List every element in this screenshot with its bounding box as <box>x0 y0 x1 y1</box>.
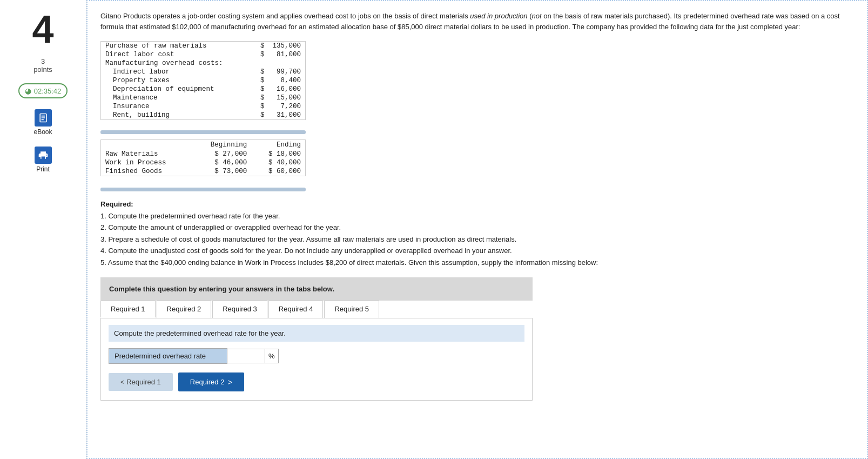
tab-required-2[interactable]: Required 2 <box>157 301 212 318</box>
sidebar: 4 3points ◕ 02:35:42 eBook Print <box>0 0 86 459</box>
predetermined-overhead-rate-label: Predetermined overhead rate <box>109 348 227 364</box>
table-row: Depreciation of equipment $ 16,000 <box>101 85 305 94</box>
table-row: Manufacturing overhead costs: <box>101 59 305 68</box>
table-row: Property taxes $ 8,400 <box>101 76 305 85</box>
timer-icon: ◕ <box>25 87 31 95</box>
required-item-5: 5. Assume that the $40,000 ending balanc… <box>100 257 854 268</box>
print-label: Print <box>36 165 50 173</box>
scroll-indicator-2 <box>100 188 306 191</box>
table-header-row: Beginning Ending <box>101 140 305 150</box>
print-button[interactable]: Print <box>35 147 52 173</box>
next-button[interactable]: Required 2 > <box>178 372 244 391</box>
print-icon <box>38 150 49 161</box>
tabs-container: Required 1 Required 2 Required 3 Require… <box>100 301 533 401</box>
inv-begin-value: $ 46,000 <box>195 158 251 167</box>
tab-1-content: Compute the predetermined overhead rate … <box>100 318 533 401</box>
tabs-row: Required 1 Required 2 Required 3 Require… <box>100 301 533 318</box>
inv-end-value: $ 18,000 <box>251 150 305 158</box>
input-row: Predetermined overhead rate % <box>109 348 524 364</box>
prev-label: < Required 1 <box>120 378 161 386</box>
ebook-icon <box>38 112 49 123</box>
prev-button[interactable]: < Required 1 <box>109 373 173 391</box>
timer-badge: ◕ 02:35:42 <box>18 83 68 98</box>
cost-label: Rent, building <box>101 111 248 119</box>
cost-value: $ 15,000 <box>248 94 305 102</box>
tab-required-3[interactable]: Required 3 <box>212 301 267 318</box>
ebook-button[interactable]: eBook <box>33 109 52 136</box>
percent-unit: % <box>265 349 279 363</box>
cost-value: $ 135,000 <box>248 42 305 50</box>
complete-text: Complete this question by entering your … <box>109 285 334 293</box>
inv-label: Work in Process <box>101 158 195 167</box>
main-content: Gitano Products operates a job-order cos… <box>86 0 868 459</box>
complete-box: Complete this question by entering your … <box>100 277 533 301</box>
cost-value: $ 31,000 <box>248 111 305 119</box>
ebook-label: eBook <box>33 128 52 136</box>
cost-label: Purchase of raw materials <box>101 42 248 50</box>
table-row: Insurance $ 7,200 <box>101 102 305 111</box>
col-header-beginning: Beginning <box>195 140 251 150</box>
inventory-table: Beginning Ending Raw Materials $ 27,000 … <box>100 139 306 176</box>
cost-data-table: Purchase of raw materials $ 135,000 Dire… <box>100 41 306 120</box>
table-row: Maintenance $ 15,000 <box>101 94 305 102</box>
col-header-ending: Ending <box>251 140 305 150</box>
cost-label: Depreciation of equipment <box>101 85 248 94</box>
cost-label: Insurance <box>101 102 248 111</box>
question-number: 4 <box>32 10 53 49</box>
inv-begin-value: $ 73,000 <box>195 167 251 176</box>
inv-end-value: $ 60,000 <box>251 167 305 176</box>
timer-value: 02:35:42 <box>34 87 62 95</box>
cost-value: $ 8,400 <box>248 76 305 85</box>
problem-text: Gitano Products operates a job-order cos… <box>100 11 854 32</box>
cost-value: $ 99,700 <box>248 68 305 76</box>
tab-required-4[interactable]: Required 4 <box>268 301 324 318</box>
table-row: Finished Goods $ 73,000 $ 60,000 <box>101 167 305 176</box>
table-row: Raw Materials $ 27,000 $ 18,000 <box>101 150 305 158</box>
nav-buttons: < Required 1 Required 2 > <box>109 372 524 391</box>
cost-label: Maintenance <box>101 94 248 102</box>
predetermined-overhead-rate-input[interactable] <box>227 349 265 363</box>
cost-label: Property taxes <box>101 76 248 85</box>
required-item-3: 3. Prepare a schedule of cost of goods m… <box>100 234 854 245</box>
required-section: Required: 1. Compute the predetermined o… <box>100 199 854 268</box>
cost-value: $ 81,000 <box>248 50 305 59</box>
table-row: Direct labor cost $ 81,000 <box>101 50 305 59</box>
inv-end-value: $ 40,000 <box>251 158 305 167</box>
cost-label: Manufacturing overhead costs: <box>101 59 248 68</box>
required-item-1: 1. Compute the predetermined overhead ra… <box>100 211 854 222</box>
table-row: Rent, building $ 31,000 <box>101 111 305 119</box>
required-heading: Required: <box>100 200 133 208</box>
cost-value: $ 16,000 <box>248 85 305 94</box>
next-arrow: > <box>227 377 232 387</box>
col-header-label <box>101 140 195 150</box>
tab-description: Compute the predetermined overhead rate … <box>109 325 524 342</box>
cost-value: $ 7,200 <box>248 102 305 111</box>
inv-label: Finished Goods <box>101 167 195 176</box>
table-row: Purchase of raw materials $ 135,000 <box>101 42 305 50</box>
scroll-indicator <box>100 130 306 134</box>
table-row: Work in Process $ 46,000 $ 40,000 <box>101 158 305 167</box>
inv-label: Raw Materials <box>101 150 195 158</box>
inv-begin-value: $ 27,000 <box>195 150 251 158</box>
required-item-2: 2. Compute the amount of underapplied or… <box>100 222 854 233</box>
next-label: Required 2 <box>190 378 225 386</box>
tab-required-5[interactable]: Required 5 <box>324 301 379 318</box>
cost-label: Direct labor cost <box>101 50 248 59</box>
tab-required-1[interactable]: Required 1 <box>100 301 156 318</box>
table-row: Indirect labor $ 99,700 <box>101 68 305 76</box>
cost-label: Indirect labor <box>101 68 248 76</box>
points-label: 3points <box>33 57 52 74</box>
required-item-4: 4. Compute the unadjusted cost of goods … <box>100 245 854 256</box>
